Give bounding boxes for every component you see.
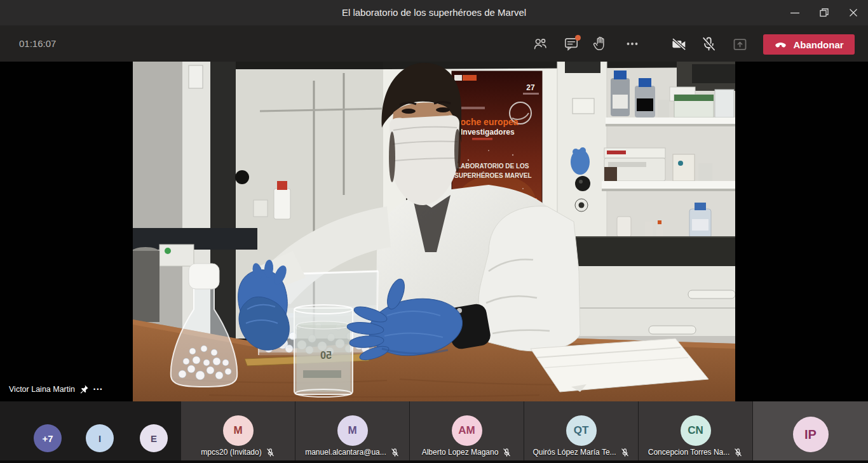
participant-tile[interactable]: M manuel.alcantara@ua...	[295, 401, 409, 460]
participant-avatar[interactable]: I	[86, 424, 114, 452]
avatar: M	[223, 415, 254, 446]
participant-tile[interactable]: IP	[753, 401, 868, 460]
participant-tile[interactable]: M mpcs20 (Invitado)	[181, 401, 295, 460]
restore-button[interactable]	[810, 0, 839, 25]
foam-stopper	[189, 264, 219, 289]
participant-avatar[interactable]: E	[140, 424, 168, 452]
participant-tile[interactable]: AM Alberto Lopez Magano	[410, 401, 524, 460]
avatar-initials: M	[348, 424, 356, 437]
pin-icon	[79, 384, 89, 394]
main-video-stage: 27 noche europea Investigadores LABORATO…	[0, 62, 868, 401]
mic-muted-icon	[733, 448, 743, 457]
avatar: M	[337, 415, 368, 446]
teams-meeting-window: El laboratorio de los superhéroes de Mar…	[0, 0, 868, 463]
avatar-initials: QT	[574, 424, 589, 437]
window-title: El laboratorio de los superhéroes de Mar…	[0, 0, 868, 25]
avatar-initials: CN	[688, 424, 703, 437]
avatar: CN	[681, 415, 711, 446]
participant-name: mpcs20 (Invitado)	[201, 448, 261, 457]
leave-label: Abandonar	[793, 39, 843, 50]
overflow-participants-avatar[interactable]: +7	[34, 424, 62, 452]
more-options-button[interactable]	[620, 31, 645, 57]
minimize-icon	[787, 5, 803, 20]
participant-more-options[interactable]: •••	[93, 386, 103, 393]
camera-off-button[interactable]	[666, 31, 691, 57]
participant-tile[interactable]: QT Quirós López María Te...	[524, 401, 638, 460]
more-options-icon	[624, 36, 641, 52]
mic-muted-icon	[266, 448, 275, 457]
avatar-initials: AM	[458, 424, 475, 437]
chat-notification-badge	[575, 35, 581, 41]
avatar-initials: IP	[804, 427, 817, 442]
minimize-button[interactable]	[780, 0, 810, 25]
participant-tile[interactable]: CN Concepcion Torres Na...	[639, 401, 752, 460]
pinned-participant-name: Victor Laina Martin	[9, 385, 75, 394]
hang-up-icon	[774, 38, 787, 51]
poster-title-2: Investigadores	[461, 128, 515, 137]
participant-filmstrip: +7 I E M mpcs20 (Invitado) M manuel.	[0, 401, 868, 463]
titlebar: El laboratorio de los superhéroes de Mar…	[0, 0, 868, 25]
poster-event-2: SUPERHÉROES MARVEL	[454, 171, 532, 179]
share-screen-button[interactable]	[727, 31, 752, 57]
mic-muted-icon	[390, 448, 400, 457]
participant-name: Concepcion Torres Na...	[648, 448, 730, 457]
participant-name: Alberto Lopez Magano	[422, 448, 499, 457]
show-participants-button[interactable]	[527, 31, 553, 57]
window-controls	[780, 0, 868, 25]
leave-meeting-button[interactable]: Abandonar	[763, 34, 855, 55]
avatar: QT	[566, 415, 597, 446]
participants-icon	[532, 36, 548, 52]
meeting-timer: 01:16:07	[19, 25, 56, 62]
mic-muted-icon	[620, 448, 630, 457]
poster-title-1: noche europea	[455, 117, 519, 127]
participant-name: Quirós López María Te...	[532, 448, 616, 457]
avatar-initials: M	[233, 424, 242, 437]
mic-muted-icon	[502, 448, 512, 457]
avatar-initials: E	[151, 433, 157, 444]
avatar: IP	[793, 417, 829, 452]
raise-hand-icon	[592, 36, 608, 52]
mic-off-button[interactable]	[696, 31, 721, 57]
chat-button[interactable]	[559, 31, 584, 57]
participant-name: manuel.alcantara@ua...	[305, 448, 386, 457]
share-screen-icon	[731, 36, 749, 53]
avatar: AM	[452, 415, 482, 446]
restore-icon	[817, 5, 832, 20]
overflow-count: +7	[42, 433, 53, 444]
camera-off-icon	[670, 36, 688, 53]
close-icon	[846, 5, 861, 20]
presenter-video: 27 noche europea Investigadores LABORATO…	[133, 62, 735, 401]
poster-event-1: LABORATORIO DE LOS	[457, 163, 529, 170]
pinned-participant-overlay: Victor Laina Martin •••	[9, 384, 103, 394]
poster-date: 27	[526, 83, 535, 92]
close-button[interactable]	[839, 0, 868, 25]
meeting-toolbar: 01:16:07	[0, 25, 868, 62]
mic-off-icon	[700, 36, 717, 53]
beaker: 50	[294, 305, 353, 397]
raise-hand-button[interactable]	[587, 31, 613, 57]
avatar-initials: I	[98, 433, 101, 444]
beaker-volume-label: 50	[320, 350, 332, 361]
